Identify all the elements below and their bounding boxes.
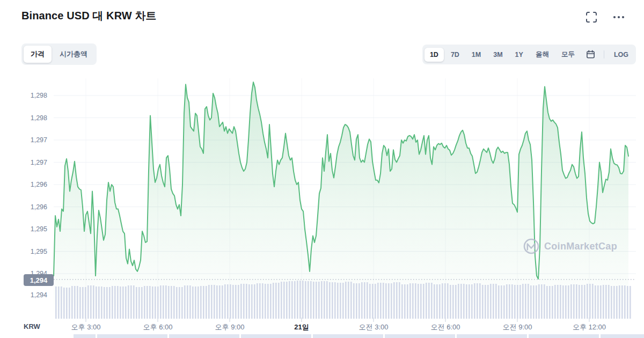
volume-bar (353, 283, 355, 319)
volume-bar (109, 287, 111, 319)
volume-bar (595, 285, 596, 319)
volume-bar (538, 284, 540, 319)
volume-bar (477, 283, 478, 319)
volume-bar (603, 285, 604, 319)
volume-bar (570, 284, 572, 319)
volume-bar (350, 282, 352, 319)
volume-bar (230, 284, 231, 319)
volume-bar (557, 285, 559, 319)
volume-bar (222, 285, 223, 319)
volume-bar (498, 285, 500, 319)
volume-bar (361, 282, 363, 319)
volume-bar (519, 285, 521, 319)
volume-bar (254, 284, 255, 319)
volume-bar (576, 284, 577, 319)
volume-bar (294, 281, 296, 319)
volume-bar (420, 284, 422, 319)
volume-bar (316, 282, 317, 319)
volume-bar (621, 285, 623, 319)
volume-bar (128, 285, 129, 319)
volume-bar (377, 283, 379, 319)
volume-bar (418, 284, 419, 319)
price-chart-plot[interactable] (0, 0, 644, 338)
volume-bar (299, 281, 301, 319)
coinmarketcap-chart-widget: Binance USD 대 KRW 차트 가격 시가총액 (0, 0, 644, 338)
volume-bar (358, 283, 360, 319)
volume-bar (391, 283, 392, 319)
volume-bar (560, 285, 561, 319)
volume-bar (112, 286, 113, 319)
volume-bar (452, 285, 454, 319)
volume-bar (187, 285, 188, 319)
volume-bar (423, 284, 425, 319)
range-strip-separator (455, 334, 457, 338)
volume-bar (61, 286, 62, 319)
volume-bar (511, 284, 513, 319)
volume-bar (211, 285, 213, 319)
volume-bar (587, 284, 588, 319)
volume-bar (85, 287, 86, 319)
volume-bar (388, 283, 390, 319)
volume-bar (326, 281, 328, 319)
volume-bar (412, 283, 414, 319)
volume-bar (262, 283, 264, 319)
volume-bar (251, 284, 253, 319)
volume-bar (302, 281, 304, 319)
volume-bar (152, 286, 153, 319)
volume-bar (479, 283, 481, 319)
volume-bar (101, 286, 103, 319)
range-strip-separator (599, 334, 601, 338)
volume-bar (155, 286, 156, 319)
volume-bar (265, 284, 266, 319)
volume-bar (227, 284, 229, 319)
volume-bar (356, 283, 357, 319)
volume-bar (208, 285, 210, 319)
volume-bar (409, 283, 411, 319)
volume-bar (192, 286, 194, 319)
volume-bar (171, 286, 172, 319)
volume-bar (58, 286, 60, 319)
volume-bar (401, 284, 403, 319)
volume-bar (243, 284, 245, 319)
volume-bar (71, 286, 73, 319)
volume-bar (372, 284, 374, 319)
volume-bar (321, 281, 323, 319)
volume-bar (404, 284, 406, 319)
range-selector-strip[interactable] (74, 334, 644, 338)
volume-bar (455, 285, 457, 319)
volume-bar (573, 284, 575, 319)
volume-bar (181, 287, 183, 319)
volume-bar (619, 285, 620, 319)
volume-bar (608, 285, 610, 319)
volume-bar (434, 284, 435, 319)
volume-bar (197, 286, 199, 319)
volume-bar (536, 285, 537, 319)
volume-bar (544, 284, 545, 319)
volume-bar (342, 283, 344, 319)
volume-bar (415, 283, 416, 319)
volume-bar (144, 286, 145, 319)
volume-bar (206, 286, 207, 319)
volume-bar (176, 287, 178, 319)
range-strip-separator (527, 334, 529, 338)
volume-bar (605, 285, 607, 319)
volume-bar (168, 286, 170, 319)
volume-bar (345, 282, 347, 319)
volume-bar (96, 286, 97, 319)
volume-bar (149, 286, 151, 319)
volume-bar (630, 286, 631, 319)
volume-bar (495, 284, 497, 319)
volume-bar (364, 282, 365, 319)
volume-bar (305, 281, 306, 319)
volume-bar (549, 286, 551, 319)
volume-bar (200, 286, 202, 319)
volume-bar (246, 284, 247, 319)
volume-bar (525, 284, 526, 319)
volume-bar (138, 287, 140, 319)
volume-bar (447, 283, 449, 319)
volume-bar (375, 284, 376, 319)
volume-bar (348, 282, 349, 319)
volume-bar (240, 284, 242, 319)
volume-bar (444, 283, 446, 319)
volume-bar (214, 285, 215, 319)
